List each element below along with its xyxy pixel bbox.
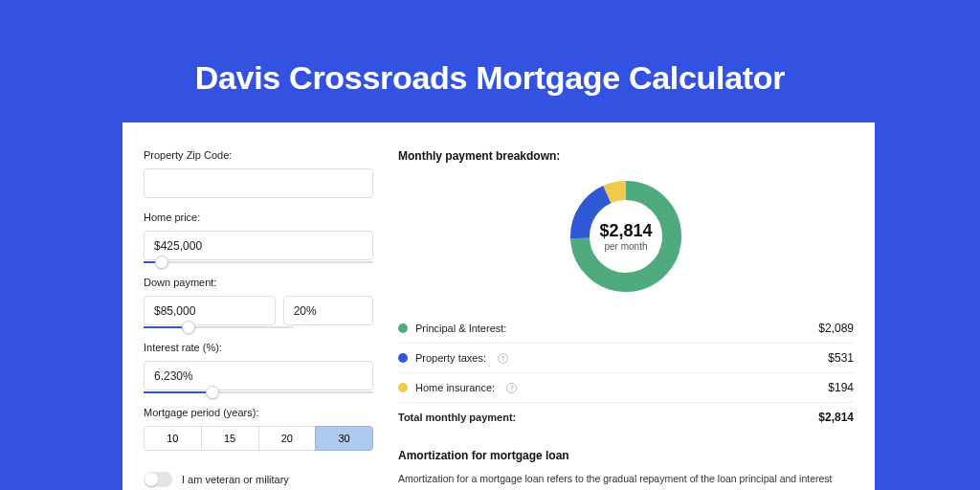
legend-total-left: Total monthly payment: xyxy=(398,412,516,423)
label-price: Home price: xyxy=(144,212,373,223)
breakdown-panel: Monthly payment breakdown: xyxy=(398,149,854,490)
legend-total: Total monthly payment: $2,814 xyxy=(398,403,854,432)
veteran-toggle-knob xyxy=(145,473,158,486)
legend-tax-label: Property taxes: xyxy=(415,352,486,364)
donut-chart: $2,814 per month xyxy=(566,176,686,297)
label-period: Mortgage period (years): xyxy=(144,407,373,418)
info-icon-tax[interactable]: ? xyxy=(498,353,508,364)
legend-ins-left: Home insurance: ? xyxy=(398,382,517,393)
info-icon-ins[interactable]: ? xyxy=(506,383,517,393)
input-down-pct[interactable] xyxy=(283,296,373,325)
page-root: Davis Crossroads Mortgage Calculator Pro… xyxy=(0,0,980,490)
legend-pi-left: Principal & Interest: xyxy=(398,323,506,334)
field-period: Mortgage period (years): 10 15 20 30 xyxy=(144,407,373,451)
legend-pi-label: Principal & Interest: xyxy=(415,323,506,334)
legend-tax-left: Property taxes: ? xyxy=(398,352,508,364)
slider-rate-thumb[interactable] xyxy=(206,386,219,399)
dot-tax xyxy=(398,353,408,363)
legend-pi-val: $2,089 xyxy=(818,322,854,335)
page-title: Davis Crossroads Mortgage Calculator xyxy=(0,0,980,97)
legend-tax: Property taxes: ? $531 xyxy=(398,344,854,373)
slider-down[interactable] xyxy=(144,326,293,328)
legend-tax-val: $531 xyxy=(828,351,854,365)
input-zip[interactable] xyxy=(144,168,373,198)
legend-pi: Principal & Interest: $2,089 xyxy=(398,314,854,344)
field-rate: Interest rate (%): xyxy=(144,342,373,393)
legend-ins: Home insurance: ? $194 xyxy=(398,373,854,403)
legend-total-val: $2,814 xyxy=(818,411,854,424)
donut-sub: per month xyxy=(604,241,647,252)
slider-price-thumb[interactable] xyxy=(155,256,168,269)
slider-rate-fill xyxy=(144,391,212,393)
input-price[interactable] xyxy=(144,231,373,260)
period-group: 10 15 20 30 xyxy=(144,426,373,451)
calculator-card: Property Zip Code: Home price: Down paym… xyxy=(122,122,875,490)
veteran-toggle[interactable] xyxy=(144,472,172,487)
field-price: Home price: xyxy=(144,212,373,263)
slider-price[interactable] xyxy=(144,261,373,263)
label-rate: Interest rate (%): xyxy=(144,342,373,353)
breakdown-title: Monthly payment breakdown: xyxy=(398,149,854,163)
row-down xyxy=(144,296,373,325)
donut-center: $2,814 per month xyxy=(566,176,686,297)
slider-rate[interactable] xyxy=(144,391,373,393)
period-10[interactable]: 10 xyxy=(144,426,202,451)
label-down: Down payment: xyxy=(144,277,373,288)
slider-down-thumb[interactable] xyxy=(182,321,195,334)
period-15[interactable]: 15 xyxy=(201,426,259,451)
veteran-label: I am veteran or military xyxy=(182,474,289,485)
input-down-amount[interactable] xyxy=(144,296,276,325)
legend-ins-label: Home insurance: xyxy=(415,382,495,393)
donut-amount: $2,814 xyxy=(599,221,652,241)
period-30[interactable]: 30 xyxy=(315,426,373,451)
label-zip: Property Zip Code: xyxy=(144,149,373,161)
amort-text: Amortization for a mortgage loan refers … xyxy=(398,472,854,490)
form-panel: Property Zip Code: Home price: Down paym… xyxy=(144,149,373,490)
field-down: Down payment: xyxy=(144,277,373,328)
veteran-row: I am veteran or military xyxy=(144,472,373,487)
dot-pi xyxy=(398,323,408,333)
field-zip: Property Zip Code: xyxy=(144,149,373,198)
legend-ins-val: $194 xyxy=(828,381,854,394)
amort-title: Amortization for mortgage loan xyxy=(398,449,854,462)
period-20[interactable]: 20 xyxy=(258,426,317,451)
card-inner: Property Zip Code: Home price: Down paym… xyxy=(122,122,875,490)
legend-total-label: Total monthly payment: xyxy=(398,412,516,423)
dot-ins xyxy=(398,383,408,392)
input-rate[interactable] xyxy=(144,361,373,390)
donut-wrap: $2,814 per month xyxy=(398,176,854,297)
